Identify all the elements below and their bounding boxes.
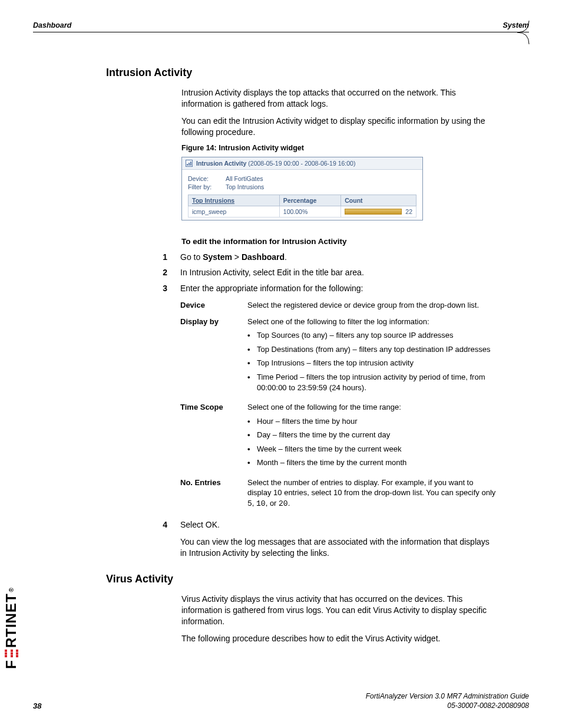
brand-red-icon: ▪▪▪▪▪▪▪▪▪ [3, 650, 20, 658]
runhead-left: Dashboard [33, 21, 71, 29]
step-4-number: 4 [159, 519, 167, 565]
table-row: icmp_sweep 100.00% 22 [189, 206, 416, 217]
bullet-top-intrusions: •Top Intrusions – filters the top intrus… [247, 358, 497, 368]
footer-lines: FortiAnalyzer Version 3.0 MR7 Administra… [366, 691, 529, 710]
field-timescope: Time Scope Select one of the following f… [180, 402, 497, 472]
running-header: Dashboard System [33, 21, 529, 32]
step-2-number: 2 [159, 267, 167, 278]
count-bar [345, 209, 402, 215]
col-top-intrusions: Top Intrusions [192, 197, 234, 204]
corner-curve-icon [517, 18, 541, 47]
bullet-time-period: •Time Period – filters the top intrusion… [247, 372, 497, 393]
content: Intrusion Activity Intrusion Activity di… [106, 67, 497, 644]
widget-filter-value: Top Intrusions [226, 183, 264, 190]
step-3-text: Enter the appropriate information for th… [180, 283, 497, 515]
field-no-entries-desc: Select the number of entries to display.… [247, 477, 497, 509]
field-timescope-desc: Select one of the following for the time… [247, 402, 497, 472]
step-1-text: Go to System > Dashboard. [180, 252, 497, 263]
intro-paragraph-1: Intrusion Activity displays the top atta… [181, 87, 497, 110]
widget-device-row: Device: All FortiGates [188, 174, 416, 183]
widget-title-text: Intrusion Activity (2008-05-19 00:00 - 2… [196, 160, 355, 167]
widget-table-header-row: Top Intrusions Percentage Count [189, 195, 416, 206]
bullet-top-destinations: •Top Destinations (from any) – filters a… [247, 344, 497, 355]
widget-filter-label: Filter by: [188, 183, 220, 190]
col-percentage: Percentage [279, 195, 340, 206]
section-heading-intrusion: Intrusion Activity [106, 67, 497, 79]
col-count: Count [341, 195, 416, 206]
virus-paragraph-1: Virus Activity displays the virus activi… [181, 594, 497, 627]
field-displayby-desc: Select one of the following to filter th… [247, 317, 497, 396]
section-heading-virus: Virus Activity [106, 573, 497, 585]
virus-paragraph-2: The following procedure describes how to… [181, 633, 497, 644]
intro-paragraph-2: You can edit the Intrusion Activity widg… [181, 116, 497, 138]
bullet-week: •Week – filters the time by the current … [247, 444, 497, 454]
step-3-number: 3 [159, 283, 167, 515]
fortinet-brand-vertical: F▪▪▪▪▪▪▪▪▪RTINET® [3, 587, 20, 669]
field-no-entries: No. Entries Select the number of entries… [180, 477, 497, 509]
after-step4-paragraph: You can view the log messages that are a… [180, 536, 497, 559]
page-number: 38 [33, 701, 41, 710]
footer-line-1: FortiAnalyzer Version 3.0 MR7 Administra… [366, 691, 529, 701]
field-device: Device Select the registered device or d… [180, 300, 497, 311]
page-footer: 38 FortiAnalyzer Version 3.0 MR7 Adminis… [33, 691, 529, 710]
bullet-top-sources: •Top Sources (to any) – filters any top … [247, 330, 497, 341]
svg-rect-2 [190, 162, 191, 166]
step-2-text: In Intrusion Activity, select Edit in th… [180, 267, 497, 278]
field-timescope-name: Time Scope [180, 402, 237, 472]
svg-rect-0 [187, 164, 188, 166]
bullet-hour: •Hour – filters the time by hour [247, 416, 497, 427]
cell-intrusion-name: icmp_sweep [189, 206, 280, 217]
widget-filter-row: Filter by: Top Intrusions [188, 183, 416, 191]
section2-body: Virus Activity displays the virus activi… [181, 594, 497, 644]
section1-body: Intrusion Activity displays the top atta… [181, 87, 497, 565]
bullet-day: •Day – filters the time by the current d… [247, 430, 497, 440]
steps-list: 1 Go to System > Dashboard. 2 In Intrusi… [159, 252, 497, 565]
step-1-number: 1 [159, 252, 167, 263]
widget-body: Device: All FortiGates Filter by: Top In… [182, 170, 422, 220]
field-displayby-name: Display by [180, 317, 237, 396]
intrusion-activity-widget: Intrusion Activity (2008-05-19 00:00 - 2… [181, 157, 423, 220]
cell-percentage: 100.00% [279, 206, 340, 217]
svg-rect-1 [189, 163, 190, 166]
step-2: 2 In Intrusion Activity, select Edit in … [159, 267, 497, 278]
fields-table: Device Select the registered device or d… [180, 300, 497, 509]
step-1: 1 Go to System > Dashboard. [159, 252, 497, 263]
field-device-name: Device [180, 300, 237, 311]
procedure-heading: To edit the information for Intrusion Ac… [181, 237, 497, 246]
widget-device-label: Device: [188, 175, 220, 182]
footer-line-2: 05-30007-0082-20080908 [366, 701, 529, 710]
page: Dashboard System Intrusion Activity Intr… [0, 0, 562, 728]
field-no-entries-name: No. Entries [180, 477, 237, 509]
widget-titlebar: Intrusion Activity (2008-05-19 00:00 - 2… [182, 157, 422, 170]
step-3: 3 Enter the appropriate information for … [159, 283, 497, 515]
field-displayby: Display by Select one of the following t… [180, 317, 497, 396]
widget-device-value: All FortiGates [226, 175, 263, 182]
cell-count: 22 [341, 206, 416, 217]
widget-table: Top Intrusions Percentage Count icmp_swe… [188, 195, 416, 218]
widget-chart-icon [186, 160, 193, 167]
count-value: 22 [405, 208, 412, 215]
step-4: 4 Select OK. You can view the log messag… [159, 519, 497, 565]
bullet-month: •Month – filters the time by the current… [247, 457, 497, 468]
figure-caption: Figure 14: Intrusion Activity widget [181, 144, 497, 152]
field-device-desc: Select the registered device or device g… [247, 300, 497, 311]
step-4-text: Select OK. You can view the log messages… [180, 519, 497, 565]
